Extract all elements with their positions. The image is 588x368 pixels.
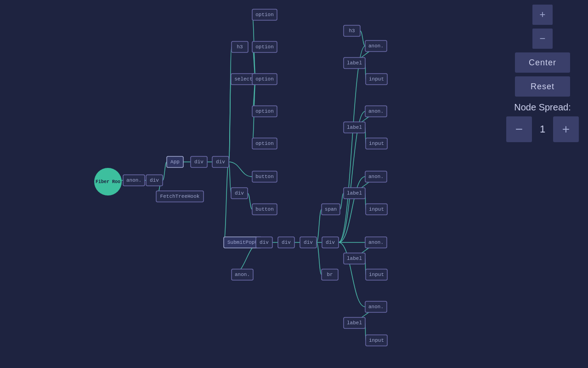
spread-decrease-button[interactable]: − [506,116,532,142]
controls-panel: + − Center Reset Node Spread: − 1 + [506,5,579,142]
spread-controls: − 1 + [506,116,579,142]
center-button[interactable]: Center [515,52,570,73]
spread-increase-button[interactable]: + [553,116,579,142]
zoom-out-button[interactable]: − [532,29,553,49]
reset-button[interactable]: Reset [515,76,570,97]
node-spread-label: Node Spread: [514,102,571,113]
spread-value: 1 [536,123,549,135]
zoom-in-button[interactable]: + [532,5,553,25]
